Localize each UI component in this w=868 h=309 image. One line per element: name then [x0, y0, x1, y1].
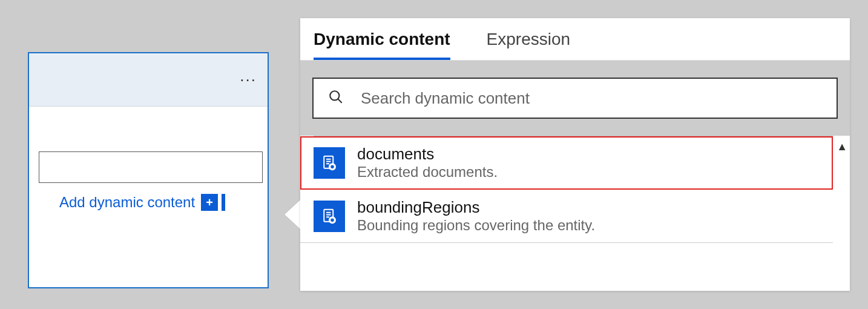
- add-dynamic-content-link[interactable]: Add dynamic content: [59, 194, 195, 211]
- dynamic-content-panel: Dynamic content Expression ▲: [300, 18, 850, 291]
- results-list: ▲ documents Extracted documents.: [300, 136, 850, 291]
- action-card-header: ···: [29, 53, 268, 107]
- item-title: boundingRegions: [357, 198, 595, 217]
- tab-dynamic-content[interactable]: Dynamic content: [314, 30, 450, 60]
- svg-line-1: [338, 99, 342, 103]
- plus-icon[interactable]: +: [201, 194, 218, 211]
- search-input[interactable]: [361, 89, 822, 108]
- search-icon: [328, 89, 344, 107]
- item-title: documents: [357, 145, 498, 164]
- tab-expression[interactable]: Expression: [487, 30, 571, 60]
- document-icon: [314, 201, 345, 232]
- scroll-up-icon[interactable]: ▲: [837, 141, 847, 153]
- document-icon: [314, 147, 345, 179]
- item-text: boundingRegions Bounding regions coverin…: [357, 198, 595, 234]
- search-box[interactable]: [312, 78, 838, 119]
- tab-bar: Dynamic content Expression: [300, 18, 850, 61]
- list-item-documents[interactable]: documents Extracted documents.: [300, 136, 833, 190]
- add-dynamic-content-row: Add dynamic content +: [41, 194, 255, 211]
- action-card-body: Add dynamic content +: [29, 107, 268, 223]
- value-input[interactable]: [39, 151, 263, 183]
- more-icon[interactable]: ···: [240, 70, 257, 89]
- item-text: documents Extracted documents.: [357, 145, 498, 181]
- item-description: Extracted documents.: [357, 164, 498, 181]
- item-description: Bounding regions covering the entity.: [357, 217, 595, 234]
- action-card: ··· Add dynamic content +: [28, 52, 269, 288]
- search-area: [300, 61, 850, 136]
- list-item-bounding-regions[interactable]: boundingRegions Bounding regions coverin…: [300, 190, 833, 243]
- svg-point-0: [330, 91, 339, 100]
- cursor-bar: [222, 194, 225, 211]
- callout-pointer-icon: [284, 200, 300, 229]
